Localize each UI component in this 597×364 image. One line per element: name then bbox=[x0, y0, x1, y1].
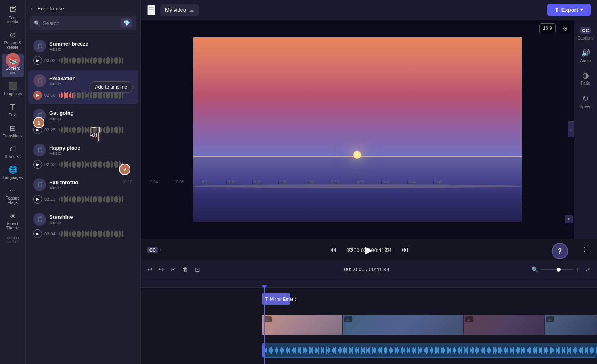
search-input[interactable] bbox=[43, 20, 118, 26]
captions-panel-item[interactable]: CC Captions bbox=[576, 25, 596, 43]
waveform bbox=[59, 125, 133, 135]
sidebar-item-label: Templates bbox=[4, 92, 22, 96]
list-item[interactable]: 🎵 Happy place Music ▶ 02:33 bbox=[28, 139, 138, 173]
sidebar-item-your-media[interactable]: 🖼 Your media bbox=[2, 3, 24, 27]
export-label: Export bbox=[561, 7, 578, 13]
zoom-controls: 🔍 + bbox=[532, 266, 579, 273]
back-arrow-icon: ← bbox=[30, 6, 35, 12]
music-icon: 🎵 bbox=[33, 109, 46, 122]
chevron-down-icon: ▾ bbox=[568, 216, 570, 222]
sidebar-item-record-create[interactable]: ⊕ Record & create bbox=[2, 28, 24, 52]
music-title: Full throttle bbox=[49, 179, 133, 185]
timeline-ruler: 0:10 0:04 0:08 0:12 0:16 0:20 0:24 0:28 … bbox=[141, 278, 597, 288]
sidebar-item-text[interactable]: T Text bbox=[2, 100, 24, 120]
sidebar-item-label: Content libr. bbox=[3, 66, 23, 75]
chevron-left-icon: › bbox=[570, 127, 572, 132]
expand-timeline-button[interactable]: ⤢ bbox=[584, 264, 592, 275]
list-item[interactable]: 🎵 Sunshine Music ▶ 03:04 bbox=[28, 209, 138, 243]
panel-title: Free to use bbox=[38, 6, 64, 12]
music-title: Summer breeze bbox=[49, 41, 133, 47]
music-controls: ▶ 02:25 bbox=[33, 125, 133, 135]
aspect-ratio-badge[interactable]: 16:9 bbox=[539, 23, 556, 33]
duration: 03:04 bbox=[44, 231, 57, 236]
music-genre: Music bbox=[49, 47, 133, 52]
sidebar-item-label: Languages bbox=[3, 175, 23, 180]
zoom-in-icon[interactable]: + bbox=[576, 266, 579, 273]
playhead[interactable] bbox=[264, 288, 265, 364]
music-icon: 🎵 bbox=[33, 74, 46, 87]
sidebar-item-fluent-theme[interactable]: ◈ Fluent Theme bbox=[2, 209, 24, 233]
music-title: Relaxation bbox=[49, 75, 133, 81]
collapse-panel-button[interactable]: › bbox=[568, 121, 574, 137]
duration: 03:02 bbox=[44, 58, 57, 63]
fade-icon: ◑ bbox=[582, 71, 589, 80]
back-button[interactable]: ← Free to use bbox=[30, 4, 136, 13]
sidebar-item-templates[interactable]: ⬛ Templates bbox=[2, 79, 24, 98]
right-panel: CC Captions 🔊 Audio ◑ Fade ↻ Speed bbox=[574, 20, 597, 239]
sidebar-item-languages[interactable]: 🌐 Languages bbox=[2, 163, 24, 182]
audio-track-clip[interactable]: (function(){ const wf = document.current… bbox=[262, 343, 597, 358]
templates-icon: ⬛ bbox=[8, 81, 17, 90]
list-item[interactable]: 🎵 Summer breeze Music ▶ 03:02 bbox=[28, 35, 138, 69]
music-controls: ▶ 02:13 bbox=[33, 194, 133, 204]
track-row-video: 🔈 🔈 🔈 🔈 bbox=[141, 314, 597, 338]
settings-icon: ⚙ bbox=[563, 25, 568, 32]
list-item[interactable]: 🎵 Relaxation Music ▶ 02:58 Add to timeli… bbox=[28, 70, 138, 104]
play-button[interactable]: ▶ bbox=[33, 160, 42, 169]
transitions-icon: ⊞ bbox=[10, 124, 16, 133]
content-library-icon: 📚 bbox=[8, 56, 17, 65]
text-clip[interactable]: T Mirror Enter t bbox=[262, 293, 290, 305]
music-title: Happy place bbox=[49, 145, 133, 151]
brand-icon: 🏷 bbox=[9, 145, 17, 153]
export-chevron-icon: ▾ bbox=[580, 7, 583, 13]
play-button[interactable]: ▶ bbox=[33, 229, 42, 238]
volume-icon: 🔈 bbox=[546, 316, 554, 322]
music-icon: 🎵 bbox=[33, 40, 46, 52]
play-button[interactable]: ▶ bbox=[33, 56, 42, 65]
sidebar-item-transitions[interactable]: ⊞ Transitions bbox=[2, 121, 24, 141]
fade-panel-item[interactable]: ◑ Fade bbox=[576, 69, 596, 88]
sidebar-item-content-library[interactable]: 📚 Content libr. bbox=[2, 54, 24, 77]
speed-panel-item[interactable]: ↻ Speed bbox=[576, 91, 596, 111]
sidebar-item-brand[interactable]: 🏷 Brand kit bbox=[2, 142, 24, 161]
track-content-video: 🔈 🔈 🔈 🔈 bbox=[262, 314, 597, 338]
video-track-clip[interactable]: 🔈 🔈 🔈 🔈 bbox=[262, 315, 597, 335]
list-item[interactable]: 🎵 Full throttle Music ▶ 02:13 bbox=[28, 174, 138, 208]
music-title: Sunshine bbox=[49, 214, 133, 220]
sidebar-item-label: Brand kit bbox=[5, 154, 21, 159]
volume-icon: 🔈 bbox=[465, 316, 473, 322]
music-genre: Music bbox=[49, 220, 133, 225]
sidebar-item-label: Fluent Theme bbox=[3, 221, 23, 230]
sidebar-item-feature-flags[interactable]: ··· Feature Flags bbox=[2, 184, 24, 207]
sidebar-item-label: Text bbox=[9, 113, 16, 117]
captions-label: Captions bbox=[578, 36, 593, 40]
volume-icon: 🔈 bbox=[344, 316, 352, 322]
zoom-out-icon[interactable]: 🔍 bbox=[532, 266, 538, 273]
play-button[interactable]: ▶ bbox=[33, 195, 42, 204]
search-bar: 🔍 💎 bbox=[30, 16, 136, 30]
track-content-audio: (function(){ const wf = document.current… bbox=[262, 340, 597, 360]
video-settings-button[interactable]: ⚙ bbox=[560, 23, 570, 34]
left-sidebar: 🖼 Your media ⊕ Record & create 📚 Content… bbox=[0, 0, 26, 364]
fullscreen-button[interactable]: ⛶ bbox=[584, 246, 591, 254]
collapse-timeline-button[interactable]: ▾ bbox=[565, 215, 573, 223]
cc-badge: CC bbox=[580, 27, 591, 34]
help-button[interactable]: ? bbox=[552, 243, 568, 259]
sidebar-item-label: Your media bbox=[3, 15, 23, 24]
list-item[interactable]: 🎵 Get going Music ▶ 02:25 bbox=[28, 105, 138, 139]
zoom-slider[interactable] bbox=[541, 269, 573, 270]
waveform bbox=[59, 229, 133, 239]
music-icon: 🎵 bbox=[33, 144, 46, 156]
export-button[interactable]: ⬆ Export ▾ bbox=[547, 4, 591, 16]
sidebar-item-label: Feature Flags bbox=[3, 196, 23, 205]
fade-label: Fade bbox=[581, 81, 590, 85]
audio-panel-item[interactable]: 🔊 Audio bbox=[576, 46, 596, 65]
play-button[interactable]: ▶ bbox=[33, 91, 42, 100]
timeline-area: ↩ ↪ ✂ 🗑 ⊡ 00:00.00 / 00:41.84 🔍 + ⤢ 0:10… bbox=[141, 261, 597, 364]
version-badge: Version ccf61f bbox=[0, 234, 25, 245]
play-button[interactable]: ▶ bbox=[33, 125, 42, 134]
speed-label: Speed bbox=[580, 104, 591, 109]
volume-icon: 🔈 bbox=[264, 316, 272, 322]
timeline-tracks: T Mirror Enter t 🔈 🔈 bbox=[141, 288, 597, 364]
sidebar-item-label: Transitions bbox=[3, 134, 23, 138]
